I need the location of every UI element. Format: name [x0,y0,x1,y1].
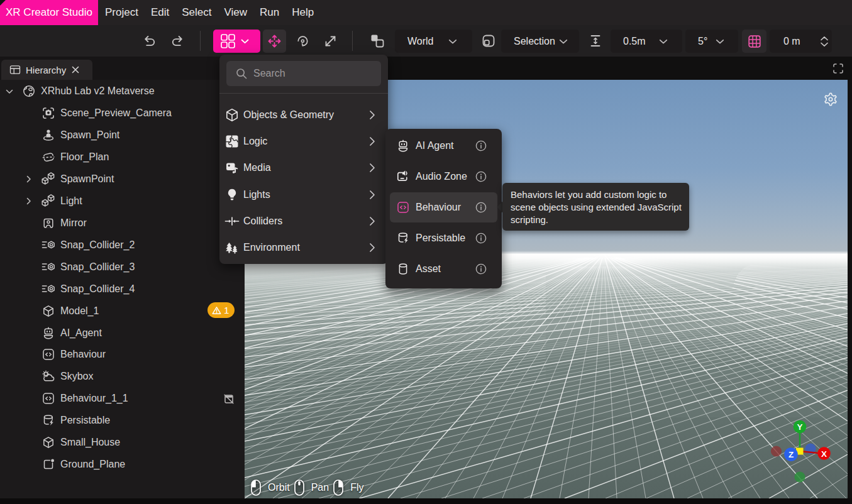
svg-text:X: X [821,449,827,459]
svg-text:Z: Z [788,450,794,459]
svg-text:Y: Y [797,422,802,432]
